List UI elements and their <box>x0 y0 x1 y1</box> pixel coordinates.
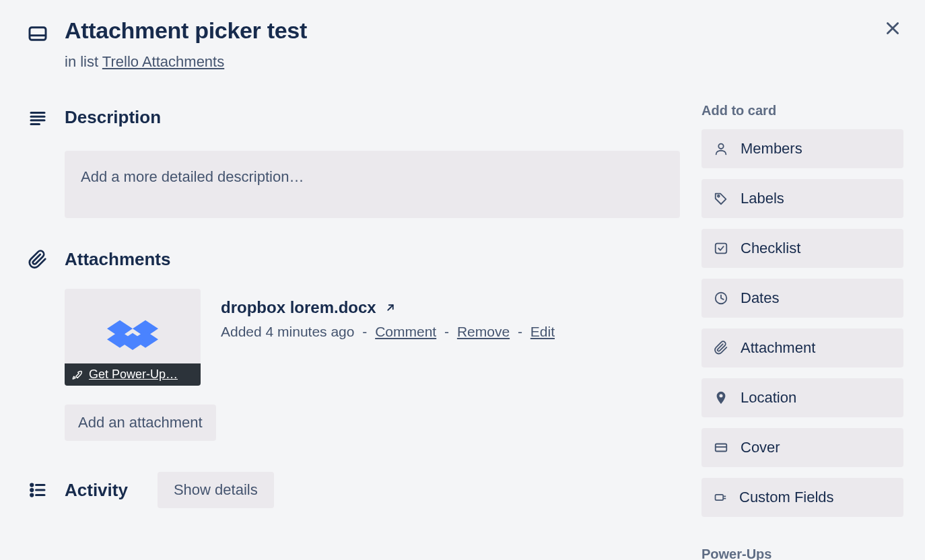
svg-point-21 <box>718 195 720 197</box>
sidebar-section-add: Add to card <box>701 103 903 118</box>
checklist-icon <box>714 241 728 256</box>
rocket-icon <box>71 369 83 381</box>
custom-fields-icon <box>714 491 727 504</box>
get-powerup-badge[interactable]: Get Power-Up… <box>65 363 201 386</box>
sidebar-attachment-button[interactable]: Attachment <box>701 328 903 368</box>
svg-point-20 <box>718 144 723 149</box>
description-icon <box>28 108 48 128</box>
sidebar-checklist-button[interactable]: Checklist <box>701 229 903 268</box>
activity-heading: Activity <box>65 480 128 501</box>
activity-section: Activity Show details <box>26 472 680 508</box>
attachment-remove-link[interactable]: Remove <box>457 324 510 339</box>
svg-rect-22 <box>716 244 727 254</box>
attachment-comment-link[interactable]: Comment <box>375 324 436 339</box>
attachments-heading: Attachments <box>65 249 170 270</box>
description-input[interactable]: Add a more detailed description… <box>65 151 680 218</box>
close-icon <box>884 20 901 37</box>
close-button[interactable] <box>882 18 903 39</box>
attachment-edit-link[interactable]: Edit <box>530 324 555 339</box>
svg-point-14 <box>31 484 33 486</box>
attachment-meta-line: Added 4 minutes ago - Comment - Remove -… <box>221 324 555 340</box>
attachment-thumbnail[interactable]: Get Power-Up… <box>65 289 201 386</box>
add-attachment-button[interactable]: Add an attachment <box>65 405 216 441</box>
clock-icon <box>714 291 728 306</box>
attachments-section: Attachments <box>26 249 680 441</box>
card-icon <box>27 23 48 44</box>
attachment-filename[interactable]: dropbox lorem.docx <box>221 298 376 317</box>
attachment-icon <box>28 250 48 270</box>
svg-rect-2 <box>30 28 46 40</box>
svg-rect-26 <box>716 495 724 500</box>
description-section: Description Add a more detailed descript… <box>26 107 680 218</box>
card-header: Attachment picker test in list Trello At… <box>26 18 903 71</box>
sidebar-location-button[interactable]: Location <box>701 378 903 417</box>
dropbox-icon <box>107 318 158 356</box>
list-link[interactable]: Trello Attachments <box>102 53 224 70</box>
show-details-button[interactable]: Show details <box>158 472 274 508</box>
sidebar-dates-button[interactable]: Dates <box>701 279 903 318</box>
attachment-item: Get Power-Up… dropbox lorem.docx Added 4… <box>65 289 680 386</box>
svg-line-13 <box>388 305 393 310</box>
external-link-icon <box>384 302 397 314</box>
card-title[interactable]: Attachment picker test <box>65 18 307 44</box>
sidebar-section-powerups: Power-Ups <box>701 547 903 560</box>
sidebar-cover-button[interactable]: Cover <box>701 428 903 467</box>
cover-icon <box>714 440 728 455</box>
activity-icon <box>28 480 48 500</box>
sidebar-labels-button[interactable]: Labels <box>701 179 903 218</box>
person-icon <box>714 141 728 156</box>
sidebar-members-button[interactable]: Members <box>701 129 903 168</box>
card-modal: Attachment picker test in list Trello At… <box>0 0 925 560</box>
tag-icon <box>714 191 728 206</box>
paperclip-icon <box>714 341 728 355</box>
card-list-location: in list Trello Attachments <box>65 53 307 71</box>
card-sidebar: Add to card Members Labels Checklist Dat… <box>701 103 903 560</box>
sidebar-custom-fields-button[interactable]: Custom Fields <box>701 478 903 517</box>
description-heading: Description <box>65 107 161 128</box>
svg-point-18 <box>31 494 33 496</box>
svg-point-16 <box>31 489 33 491</box>
location-icon <box>714 390 728 405</box>
